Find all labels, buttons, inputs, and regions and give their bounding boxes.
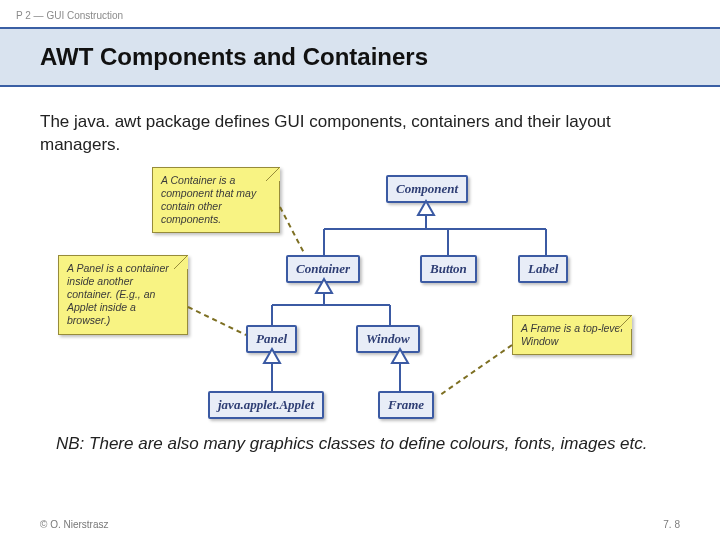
node-panel: Panel <box>246 325 297 353</box>
node-component: Component <box>386 175 468 203</box>
footer-page: 7. 8 <box>663 519 680 530</box>
nb-rest: There are also many graphics classes to … <box>84 434 647 453</box>
note-container-text: A Container is a component that may cont… <box>161 174 256 225</box>
footer: © O. Nierstrasz 7. 8 <box>0 519 720 530</box>
svg-marker-0 <box>418 201 434 215</box>
page-title: AWT Components and Containers <box>40 43 720 71</box>
note-frame: A Frame is a top-level Window <box>512 315 632 355</box>
node-button: Button <box>420 255 477 283</box>
note-frame-text: A Frame is a top-level Window <box>521 322 623 347</box>
svg-line-15 <box>280 207 304 253</box>
slide-body: The java. awt package defines GUI compon… <box>0 87 720 456</box>
breadcrumb: P 2 — GUI Construction <box>0 0 720 27</box>
nb-prefix: NB: <box>56 434 84 453</box>
node-window: Window <box>356 325 420 353</box>
note-panel-text: A Panel is a container inside another co… <box>67 262 169 327</box>
node-container: Container <box>286 255 360 283</box>
footer-copyright: © O. Nierstrasz <box>40 519 109 530</box>
awt-diagram: A Container is a component that may cont… <box>80 167 640 427</box>
note-fold-icon <box>174 255 188 269</box>
lead-text: The java. awt package defines GUI compon… <box>40 111 680 157</box>
node-applet: java.applet.Applet <box>208 391 324 419</box>
svg-line-17 <box>440 345 512 395</box>
note-container: A Container is a component that may cont… <box>152 167 280 234</box>
note-fold-icon <box>266 167 280 181</box>
note-fold-icon <box>618 315 632 329</box>
svg-line-16 <box>188 307 246 335</box>
title-band: AWT Components and Containers <box>0 27 720 87</box>
node-frame: Frame <box>378 391 434 419</box>
nb-text: NB: There are also many graphics classes… <box>56 433 680 456</box>
node-label: Label <box>518 255 568 283</box>
note-panel: A Panel is a container inside another co… <box>58 255 188 335</box>
